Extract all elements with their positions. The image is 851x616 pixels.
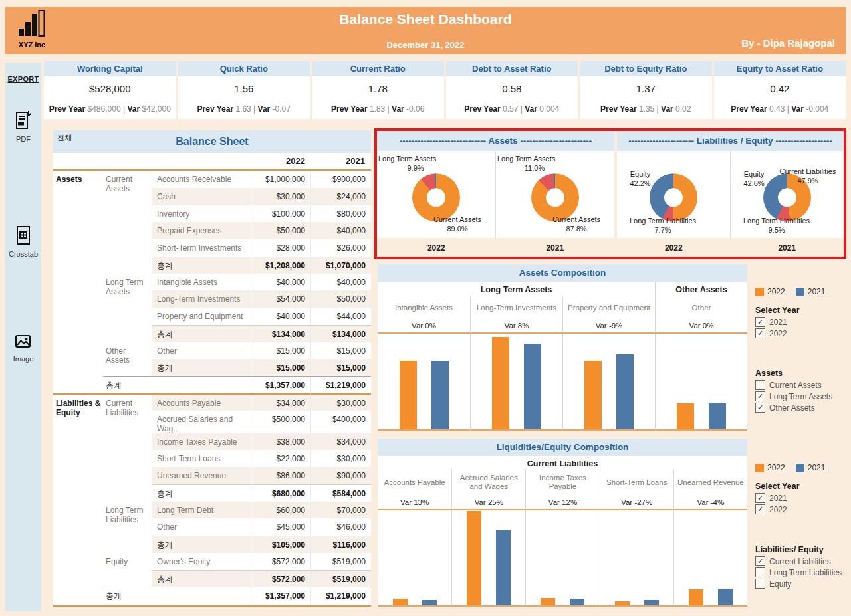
checkbox-checked-icon[interactable]: ✓	[755, 504, 765, 514]
value-2021[interactable]: $30,000	[310, 450, 371, 467]
value-2022[interactable]: $1,000,000	[251, 171, 310, 188]
bar-2021-unearned-revenue[interactable]	[718, 589, 733, 605]
value-2021[interactable]: $80,000	[310, 205, 371, 223]
value-2022[interactable]: $50,000	[251, 222, 310, 239]
value-2022[interactable]: $1,357,000	[251, 587, 310, 604]
bar-2021-intangible-assets[interactable]	[431, 361, 449, 429]
value-2021[interactable]: $44,000	[310, 308, 371, 325]
bar-2022-accrued-salaries-and-wages[interactable]	[467, 511, 481, 605]
checkbox-liabilities-equity-current-liabilities[interactable]: ✓Current Liabilities	[755, 556, 848, 566]
value-2021[interactable]: $34,000	[310, 433, 371, 451]
value-2021[interactable]: $584,000	[310, 484, 371, 502]
value-2022[interactable]: $40,000	[251, 274, 310, 291]
value-2021[interactable]: $519,000	[310, 570, 371, 587]
bar-2021-accrued-salaries-and-wages[interactable]	[496, 530, 511, 605]
value-2021[interactable]: $50,000	[310, 290, 371, 308]
value-2022[interactable]: $1,357,000	[251, 376, 310, 393]
export-image-button[interactable]: Image	[5, 332, 41, 363]
value-2022[interactable]: $105,000	[251, 536, 310, 553]
assets-donut-2021[interactable]: Long Term Assets 11.0% Current Assets 87…	[496, 151, 614, 238]
value-2021[interactable]: $40,000	[310, 274, 371, 291]
value-2021[interactable]: $24,000	[310, 188, 371, 205]
checkbox-select-year-2021[interactable]: ✓2021	[755, 493, 848, 503]
value-2022[interactable]: $86,000	[251, 467, 310, 484]
value-2022[interactable]: $30,000	[251, 188, 310, 205]
legend-item-2021[interactable]: 2021	[796, 287, 826, 296]
bar-2022-other[interactable]	[677, 403, 694, 429]
checkbox-select-year-2022[interactable]: ✓2022	[755, 504, 848, 514]
legend-item-2021[interactable]: 2021	[796, 463, 826, 472]
bar-2021-accounts-payable[interactable]	[422, 600, 437, 605]
value-2021[interactable]: $30,000	[310, 393, 371, 411]
value-2022[interactable]: $22,000	[251, 450, 310, 467]
bar-2021-income-taxes-payable[interactable]	[570, 599, 584, 605]
legend-item-2022[interactable]: 2022	[755, 287, 785, 296]
checkbox-liabilities-equity-long-term-liabilities[interactable]: Long Term Liabilities	[755, 567, 848, 577]
value-2021[interactable]: $1,219,000	[310, 376, 371, 393]
value-2022[interactable]: $680,000	[251, 484, 310, 502]
bar-2021-other[interactable]	[709, 403, 726, 429]
value-2021[interactable]: $90,000	[310, 467, 371, 484]
value-2021[interactable]: $116,000	[310, 536, 371, 553]
value-2022[interactable]: $60,000	[251, 502, 310, 519]
value-2021[interactable]: $46,000	[310, 518, 371, 536]
checkbox-assets-other-assets[interactable]: ✓Other Assets	[755, 403, 848, 413]
bar-2021-long-term-investments[interactable]	[524, 344, 541, 429]
bar-2022-intangible-assets[interactable]	[400, 361, 417, 429]
bar-2021-property-and-equipment[interactable]	[616, 354, 634, 429]
checkbox-unchecked-icon[interactable]	[755, 567, 765, 577]
table-filter-label[interactable]: 전체	[57, 133, 72, 143]
value-2021[interactable]: $70,000	[310, 502, 371, 519]
value-2022[interactable]: $28,000	[251, 239, 310, 257]
checkbox-checked-icon[interactable]: ✓	[755, 391, 765, 401]
value-2022[interactable]: $15,000	[251, 342, 310, 359]
bar-2022-property-and-equipment[interactable]	[584, 361, 602, 429]
value-2022[interactable]: $15,000	[251, 359, 310, 376]
value-2022[interactable]: $134,000	[251, 325, 310, 342]
checkbox-unchecked-icon[interactable]	[755, 579, 765, 589]
value-2022[interactable]: $34,000	[251, 393, 310, 411]
value-2022[interactable]: $100,000	[251, 205, 310, 223]
export-crosstab-button[interactable]: Crosstab	[5, 225, 41, 258]
donut-chart[interactable]	[650, 173, 697, 221]
bar-2022-income-taxes-payable[interactable]	[541, 598, 555, 605]
value-2022[interactable]: $572,000	[251, 570, 310, 587]
export-pdf-button[interactable]: PDF	[5, 110, 41, 143]
value-2021[interactable]: $15,000	[310, 359, 371, 376]
value-2021[interactable]: $519,000	[310, 553, 371, 570]
legend-item-2022[interactable]: 2022	[755, 463, 785, 472]
value-2022[interactable]: $54,000	[251, 290, 310, 308]
value-2021[interactable]: $1,070,000	[310, 257, 371, 274]
bar-2022-long-term-investments[interactable]	[492, 337, 509, 429]
bar-2022-short-term-loans[interactable]	[615, 601, 630, 605]
value-2022[interactable]: $40,000	[251, 308, 310, 325]
value-2021[interactable]: $15,000	[310, 342, 371, 359]
value-2022[interactable]: $38,000	[251, 433, 310, 451]
bar-2021-short-term-loans[interactable]	[644, 600, 659, 605]
liabilities-donut-2022[interactable]: Equity 42.2% Long Term Liabilities 7.7%	[617, 151, 731, 238]
checkbox-checked-icon[interactable]: ✓	[755, 493, 765, 503]
checkbox-select-year-2021[interactable]: ✓2021	[755, 317, 848, 327]
value-2021[interactable]: $1,219,000	[310, 587, 371, 604]
checkbox-checked-icon[interactable]: ✓	[755, 403, 765, 413]
liabilities-donut-2021[interactable]: Equity 42.6% Current Liabilities 47.9% L…	[731, 151, 844, 238]
checkbox-checked-icon[interactable]: ✓	[755, 556, 765, 566]
bar-2022-unearned-revenue[interactable]	[689, 589, 703, 605]
value-2021[interactable]: $26,000	[310, 239, 371, 257]
assets-donut-2022[interactable]: Long Term Assets 9.9% Current Assets 89.…	[377, 151, 496, 238]
checkbox-checked-icon[interactable]: ✓	[755, 328, 765, 338]
value-2021[interactable]: $400,000	[310, 411, 371, 433]
checkbox-unchecked-icon[interactable]	[755, 380, 765, 390]
value-2021[interactable]: $900,000	[310, 171, 371, 188]
checkbox-select-year-2022[interactable]: ✓2022	[755, 328, 848, 338]
checkbox-assets-long-term-assets[interactable]: ✓Long Term Assets	[755, 391, 848, 401]
value-2021[interactable]: $40,000	[310, 222, 371, 239]
value-2022[interactable]: $45,000	[251, 518, 310, 536]
checkbox-checked-icon[interactable]: ✓	[755, 317, 765, 327]
value-2022[interactable]: $500,000	[251, 411, 310, 433]
value-2022[interactable]: $1,208,000	[251, 257, 310, 274]
checkbox-assets-current-assets[interactable]: Current Assets	[755, 380, 848, 390]
bar-2022-accounts-payable[interactable]	[393, 599, 408, 605]
value-2021[interactable]: $134,000	[310, 325, 371, 342]
value-2022[interactable]: $572,000	[251, 553, 310, 570]
